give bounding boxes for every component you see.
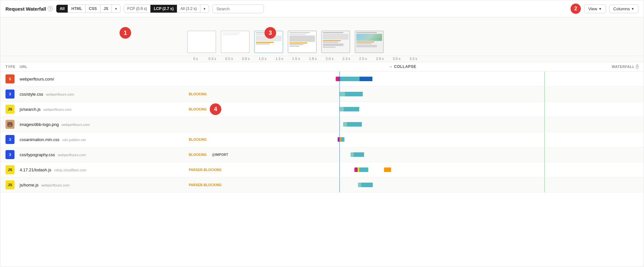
row-3-type-cell: JS [0,105,20,114]
row-8-url-cell: js/home.js webperftours.com [20,183,187,187]
row-8-tags-cell: PARSER-BLOCKING [187,183,239,187]
view-button[interactable]: View ▼ [584,5,606,13]
blocking-tag-3: BLOCKING [187,137,208,142]
row-7-tags-cell: PARSER-BLOCKING [187,167,239,172]
filter-html-button[interactable]: HTML [68,5,85,13]
filmstrip-thumb-4 [288,31,317,53]
row-3-tags-cell: BLOCKING 4 [187,107,239,112]
timing-fcp-button[interactable]: FCP (0.9 s) [124,5,150,13]
badge-1: 1 [120,27,131,39]
import-tag: @IMPORT [210,152,230,157]
lcp-marker-8 [544,177,545,192]
blocking-tag-2: BLOCKING [187,107,208,112]
table-row[interactable]: 3 cssanimation.min.css cdn.jsdelivr.net … [0,132,644,147]
row-6-type-cell: 3 [0,150,20,159]
tick-13s: 1.3 s [271,57,288,61]
filter-group: All HTML CSS JS ▼ [56,5,120,13]
chevron-down-icon: ▼ [114,7,118,11]
timing-lcp-button[interactable]: LCP (2.7 s) [150,5,177,13]
row-3-waterfall-cell [239,102,611,117]
filter-dropdown-button[interactable]: ▼ [112,5,120,12]
row-3-domain-text: webperftours.com [43,108,72,111]
timing-all-button[interactable]: All (3.2 s) [177,5,200,13]
search-input[interactable] [212,5,264,13]
lcp-marker-2 [544,87,545,101]
table-row[interactable]: JS js/home.js webperftours.com PARSER-BL… [0,177,644,193]
thumb-frame-1 [187,31,216,53]
timeline-end-spacer [624,56,644,62]
filter-css-button[interactable]: CSS [86,5,101,13]
css-icon-3: 3 [5,150,14,159]
row-2-url-text: css/style.css [20,92,43,97]
fcp-marker-4 [339,117,340,132]
waterfall-help-icon[interactable]: ? [636,64,639,69]
fcp-marker-8 [339,177,340,192]
row-6-bar [351,152,365,157]
timing-group: FCP (0.9 s) LCP (2.7 s) All (3.2 s) ▼ [124,5,209,13]
tick-03s: 0.3 s [204,57,221,61]
row-7-waterfall-cell [239,162,611,177]
filter-all-button[interactable]: All [56,5,68,13]
filmstrip-thumb-1 [187,31,216,53]
row-6-url-text: css/typography.css [20,152,55,157]
fcp-marker-7 [339,162,340,177]
row-4-url-cell: images/dbb-logo.png webperftours.com [20,122,187,127]
img-icon: 🐻 [5,120,14,129]
row-2-domain-text: webperftours.com [46,92,74,96]
row-7-bar [354,167,373,172]
row-1-bar [336,77,384,81]
columns-label: Columns [613,6,630,11]
js-icon: JS [5,105,14,114]
lcp-marker-6 [544,147,545,162]
row-5-domain-text: cdn.jsdelivr.net [62,138,86,142]
fcp-marker-6 [339,147,340,162]
row-5-bar [338,137,345,142]
row-4-type-cell: 🐻 [0,120,20,129]
filter-js-button[interactable]: JS [101,5,112,13]
table-row[interactable]: JS js/search.js webperftours.com BLOCKIN… [0,102,644,117]
filmstrip-thumb-5 [321,31,350,53]
toolbar: Request Waterfall ? All HTML CSS JS ▼ FC… [0,0,644,17]
row-7-domain-text: cdnjs.cloudflare.com [54,168,86,172]
thumb-frame-6 [355,31,384,53]
columns-button[interactable]: Columns ▼ [609,5,639,13]
chevron-down-icon-3: ▼ [599,7,602,11]
lcp-marker [544,72,545,86]
tick-08s: 0.8 s [237,57,254,61]
row-8-domain-text: webperftours.com [41,183,69,187]
badge-2: 2 [571,4,581,14]
parser-blocking-tag: PARSER-BLOCKING [187,167,223,172]
blocking-tag: BLOCKING [187,92,208,97]
thumbnails-row [187,20,386,56]
collapse-button[interactable]: → COLLAPSE [187,64,618,69]
help-icon[interactable]: ? [48,6,53,11]
table-row[interactable]: JS 4.17.21/lodash.js cdnjs.cloudflare.co… [0,162,644,177]
parser-blocking-tag-2: PARSER-BLOCKING [187,183,223,187]
tick-30s: 3.0 s [388,57,405,61]
row-2-bar [339,92,369,96]
row-2-tags-cell: BLOCKING [187,92,239,97]
lcp-marker-5 [544,132,545,147]
waterfall-label: WATERFALL [612,65,635,69]
title-text: Request Waterfall [5,6,46,12]
row-5-type-cell: 3 [0,135,20,144]
table-row[interactable]: 3 css/typography.css webperftours.com BL… [0,147,644,162]
tick-18s: 1.8 s [304,57,321,61]
filmstrip-area: 1 3 [0,17,644,56]
table-row[interactable]: 🐻 images/dbb-logo.png webperftours.com [0,117,644,132]
row-3-url-cell: js/search.js webperftours.com [20,107,187,112]
row-5-tags-cell: BLOCKING [187,137,239,142]
badge-4: 4 [210,103,221,115]
data-rows-container: 5 webperftours.com/ [0,72,644,193]
lcp-marker-7 [544,162,545,177]
row-8-waterfall-cell [239,177,611,192]
col-waterfall-header: WATERFALL ? [618,64,644,69]
row-2-url-cell: css/style.css webperftours.com [20,92,187,97]
timing-dropdown-button[interactable]: ▼ [200,5,209,12]
collapse-label: → COLLAPSE [389,64,417,69]
row-6-url-cell: css/typography.css webperftours.com [20,152,187,157]
fcp-marker-5 [339,132,340,147]
table-row[interactable]: 5 webperftours.com/ [0,72,644,87]
table-row[interactable]: 3 css/style.css webperftours.com BLOCKIN… [0,87,644,102]
filmstrip-thumb-6 [355,31,384,53]
